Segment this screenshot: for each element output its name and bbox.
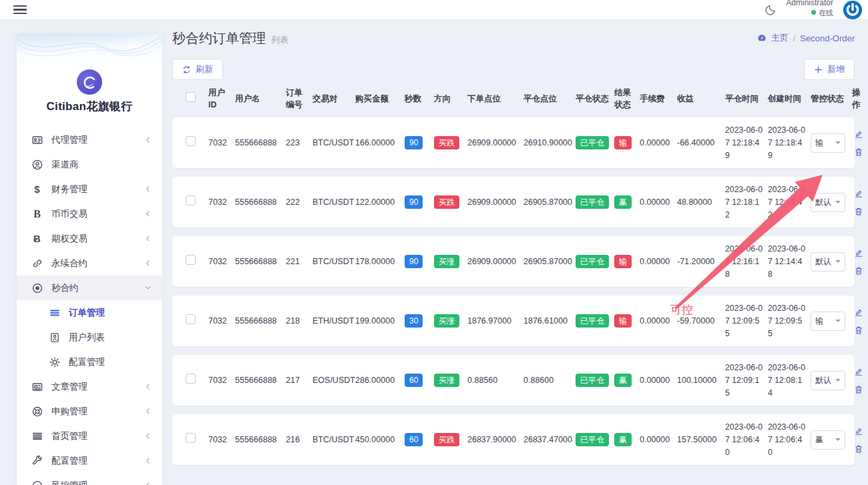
plus-icon [814, 65, 823, 74]
cell-user-id: 7032 [208, 256, 235, 268]
cell-profit: 157.50000 [677, 434, 725, 446]
sidebar-item[interactable]: 文章管理 [17, 374, 162, 399]
control-status-select[interactable]: 赢 [811, 430, 845, 450]
trash-icon [854, 385, 863, 394]
select-all-checkbox[interactable] [186, 92, 196, 102]
cell-amount: 286.00000 [355, 374, 405, 386]
cell-close-point: 26837.47000 [523, 434, 576, 446]
edit-button[interactable] [854, 308, 863, 317]
col-amount: 购买金额 [355, 93, 405, 105]
breadcrumb-home[interactable]: 主页 [771, 32, 789, 44]
cell-create-time: 2023-06-07 12:08:14 [768, 362, 807, 400]
delete-button[interactable] [854, 385, 863, 394]
id-card-icon [31, 134, 43, 145]
delete-button[interactable] [854, 266, 863, 276]
sidebar-subitem[interactable]: 配置管理 [17, 350, 162, 374]
col-result: 结果状态 [614, 87, 640, 111]
pencil-icon [854, 129, 863, 139]
delete-button[interactable] [854, 326, 863, 335]
delete-button[interactable] [854, 147, 863, 157]
lines-icon [31, 430, 43, 442]
result-badge: 赢 [614, 195, 632, 209]
chevron-left-icon [144, 383, 152, 390]
sidebar-item[interactable]: 永续合约 [17, 251, 162, 276]
row-checkbox[interactable] [186, 374, 196, 384]
edit-button[interactable] [854, 248, 863, 258]
table-row: 7032 555666888 218 ETH/USDT 199.00000 30… [172, 296, 855, 346]
sidebar-item[interactable]: 风控管理 [17, 473, 162, 485]
cell-amount: 199.00000 [355, 315, 405, 327]
sidebar-item[interactable]: 渠道商 [17, 152, 162, 177]
edit-button[interactable] [854, 426, 863, 436]
sidebar-subitem[interactable]: 订单管理 [17, 300, 162, 325]
direction-badge: 买涨 [434, 314, 459, 328]
sidebar-item[interactable]: 代理管理 [17, 127, 162, 152]
row-checkbox[interactable] [186, 314, 196, 324]
breadcrumb-current[interactable]: Second-Order [800, 33, 855, 43]
pencil-icon [854, 308, 863, 317]
sidebar-item[interactable]: $财务管理 [17, 177, 162, 201]
cell-create-time: 2023-06-07 12:14:48 [768, 243, 807, 281]
row-checkbox[interactable] [186, 255, 196, 265]
main-content: 秒合约订单管理列表 主页 / Second-Order 刷新 新增 用户ID 用… [172, 29, 855, 474]
control-status-select[interactable]: 默认 [811, 371, 845, 390]
cell-order-no: 216 [286, 434, 312, 446]
refresh-button[interactable]: 刷新 [172, 59, 223, 80]
cell-profit: -71.20000 [677, 256, 725, 268]
cell-close-time: 2023-06-07 12:16:18 [725, 243, 764, 281]
sidebar-item-label: 风控管理 [51, 480, 144, 485]
cell-open-point: 26837.90000 [467, 434, 523, 446]
col-profit: 收益 [677, 93, 725, 105]
sidebar-nav: 代理管理渠道商$财务管理B币币交易Ƀ期权交易永续合约秒合约订单管理用户列表配置管… [17, 123, 162, 485]
dark-mode-toggle[interactable] [765, 4, 777, 15]
trash-icon [854, 207, 863, 216]
menu-toggle-button[interactable] [13, 5, 27, 15]
sidebar-subitem-label: 配置管理 [69, 356, 152, 368]
control-status-select[interactable]: 默认 [811, 252, 845, 272]
delete-button[interactable] [854, 444, 863, 454]
user-name: Administrator [786, 0, 833, 7]
trash-icon [854, 266, 863, 276]
sidebar-item[interactable]: 申购管理 [17, 399, 162, 424]
table-header: 用户ID 用户名 订单编号 交易对 购买金额 秒数 方向 下单点位 平仓点位 平… [172, 80, 855, 117]
sidebar-item-label: 首页管理 [51, 430, 144, 442]
chevron-down-icon [835, 141, 841, 144]
seconds-badge: 90 [405, 255, 423, 268]
cell-fee: 0.00000 [640, 315, 677, 327]
page-subtitle: 列表 [271, 35, 288, 45]
row-checkbox[interactable] [186, 136, 196, 146]
result-badge: 输 [614, 136, 632, 149]
pencil-icon [854, 248, 863, 258]
cell-amount: 122.00000 [355, 196, 405, 208]
edit-button[interactable] [854, 367, 863, 376]
sidebar-subitem[interactable]: 用户列表 [17, 325, 162, 350]
col-fee: 手续费 [640, 93, 677, 105]
edit-button[interactable] [854, 189, 863, 198]
sidebar-item[interactable]: B币币交易 [17, 201, 162, 226]
cell-create-time: 2023-06-07 12:06:40 [768, 421, 807, 459]
close-status-badge: 已平仓 [576, 136, 609, 149]
cell-user-id: 7032 [208, 374, 235, 386]
user-menu[interactable]: Administrator 在线 [786, 0, 833, 17]
control-status-select[interactable]: 输 [811, 312, 845, 331]
delete-button[interactable] [854, 207, 863, 216]
sidebar-item[interactable]: 秒合约 [17, 276, 162, 300]
circle-icon [31, 480, 43, 485]
cell-username: 555666888 [235, 374, 286, 386]
sidebar-item[interactable]: Ƀ期权交易 [17, 226, 162, 251]
control-status-select[interactable]: 输 [811, 133, 845, 153]
cell-close-point: 26905.87000 [523, 256, 576, 268]
sidebar-item[interactable]: 配置管理 [17, 448, 162, 473]
control-status-select[interactable]: 默认 [811, 193, 845, 212]
sidebar-item[interactable]: 首页管理 [17, 424, 162, 448]
brand-header: Citiban花旗银行 [17, 33, 162, 123]
row-checkbox[interactable] [186, 195, 196, 205]
edit-button[interactable] [854, 129, 863, 139]
direction-badge: 买涨 [434, 255, 459, 268]
row-checkbox[interactable] [186, 433, 196, 443]
add-button[interactable]: 新增 [804, 59, 855, 80]
col-close-time: 平仓时间 [725, 93, 768, 105]
chevron-down-icon [835, 260, 841, 263]
cell-username: 555666888 [235, 196, 286, 208]
cell-fee: 0.00000 [640, 374, 677, 386]
